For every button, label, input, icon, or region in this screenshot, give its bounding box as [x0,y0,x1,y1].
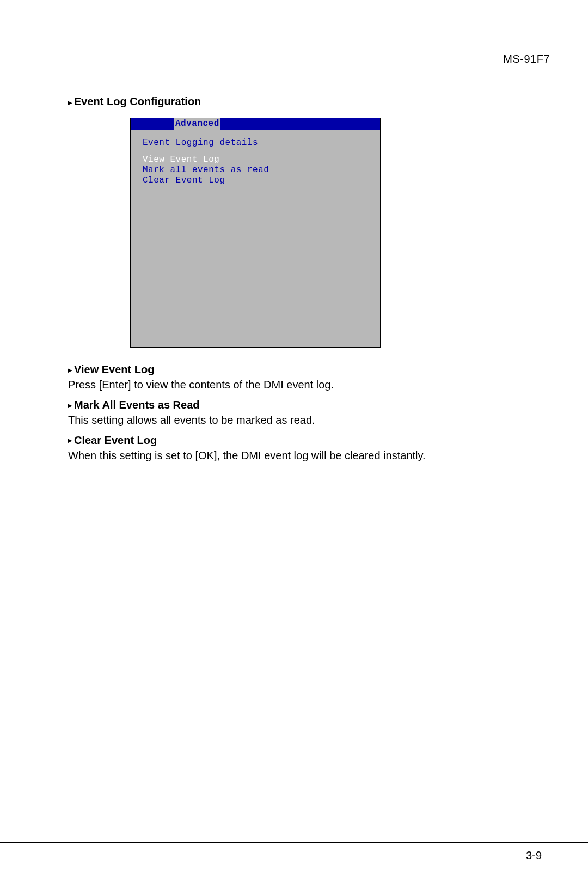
triangle-right-icon: ▸ [68,401,72,410]
desc-body: This setting allows all events to be mar… [68,414,315,426]
desc-view-event-log: ▸View Event Log Press [Enter] to view th… [68,362,550,393]
content-area: ▸Event Log Configuration Advanced Event … [68,95,550,467]
triangle-right-icon: ▸ [68,436,72,445]
desc-clear-event-log: ▸Clear Event Log When this setting is se… [68,433,550,464]
triangle-right-icon: ▸ [68,98,72,107]
triangle-right-icon: ▸ [68,366,72,374]
section-title: ▸Event Log Configuration [68,95,550,108]
desc-heading: Clear Event Log [74,434,157,446]
bios-item-view-event-log: View Event Log [143,155,370,165]
bios-divider [143,151,365,151]
bios-panel: Event Logging details View Event Log Mar… [131,130,380,347]
desc-mark-all-read: ▸Mark All Events as Read This setting al… [68,397,550,428]
page: MS-91F7 ▸Event Log Configuration Advance… [0,0,588,882]
descriptions: ▸View Event Log Press [Enter] to view th… [68,362,550,463]
bios-item-mark-all-read: Mark all events as read [143,165,370,175]
bios-tab-bar: Advanced [131,118,380,130]
bios-panel-title: Event Logging details [143,138,370,148]
frame-right-rule [563,44,564,843]
section-title-text: Event Log Configuration [74,95,201,107]
bios-screenshot: Advanced Event Logging details View Even… [130,118,381,348]
desc-heading: View Event Log [74,363,154,375]
desc-heading: Mark All Events as Read [74,399,199,411]
bios-item-clear-event-log: Clear Event Log [143,175,370,186]
frame-bottom-rule [0,842,588,843]
frame-top-rule [0,44,588,44]
desc-body: When this setting is set to [OK], the DM… [68,449,426,461]
model-label: MS-91F7 [503,53,550,65]
page-number: 3-9 [526,849,542,862]
header-rule [68,68,550,68]
bios-tab-advanced: Advanced [174,118,220,130]
desc-body: Press [Enter] to view the contents of th… [68,379,334,391]
